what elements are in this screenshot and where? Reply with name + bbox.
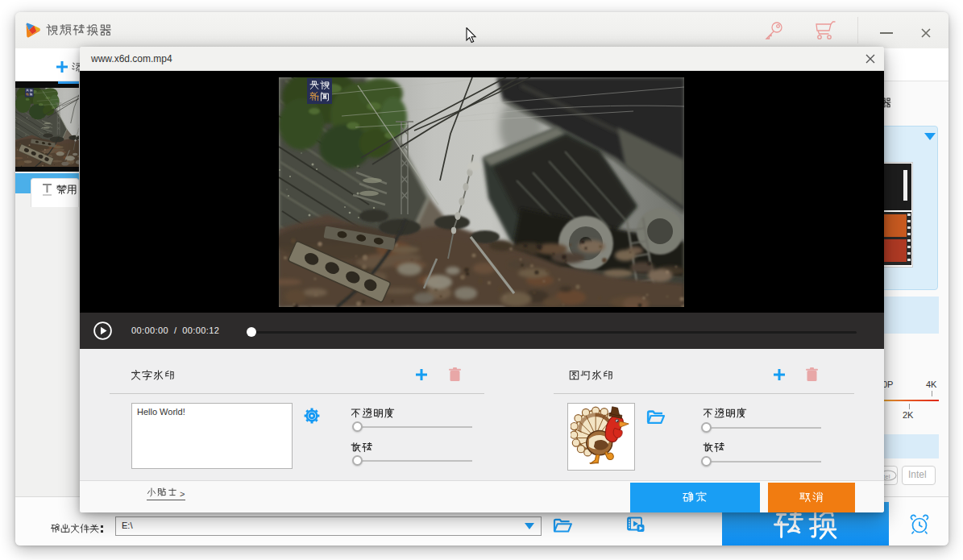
svg-text:tel: tel (883, 473, 890, 480)
